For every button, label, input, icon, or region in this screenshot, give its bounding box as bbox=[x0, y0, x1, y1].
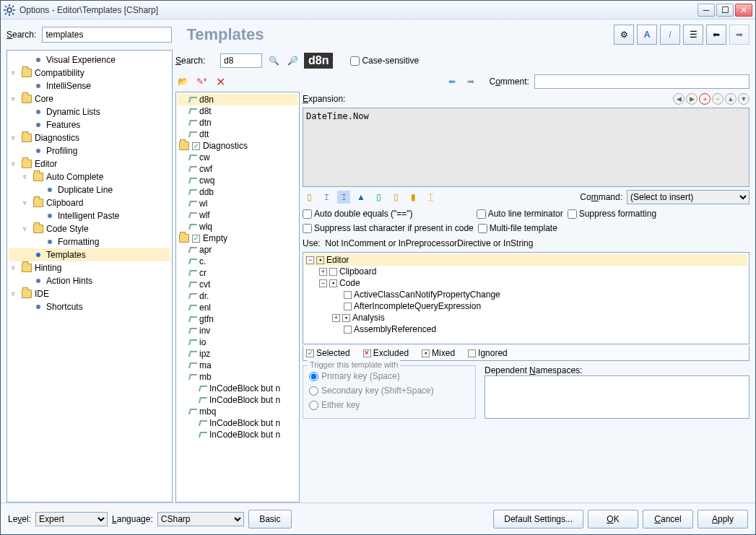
template-item[interactable]: InCodeBlock but n bbox=[178, 394, 297, 406]
nav-item[interactable]: ▿Core bbox=[9, 92, 170, 105]
nav-item[interactable]: Intelligent Paste bbox=[9, 209, 170, 222]
template-item[interactable]: wlf bbox=[178, 209, 297, 221]
cancel-button[interactable]: Cancel bbox=[643, 510, 693, 529]
nav-item[interactable]: Duplicate Line bbox=[9, 183, 170, 196]
template-item[interactable]: apr bbox=[178, 244, 297, 256]
level-select[interactable]: Expert bbox=[35, 512, 108, 526]
template-item[interactable]: ipz bbox=[178, 348, 297, 360]
apply-button[interactable]: Apply bbox=[698, 510, 748, 529]
template-item[interactable]: d8n bbox=[178, 94, 297, 105]
template-search-input[interactable] bbox=[220, 53, 262, 68]
nav-item[interactable]: ▿Hinting bbox=[9, 261, 170, 274]
template-item[interactable]: cwf bbox=[178, 163, 297, 175]
default-settings-button[interactable]: Default Settings... bbox=[493, 510, 583, 529]
settings-icon[interactable]: ⚙ bbox=[614, 25, 634, 45]
nav-item[interactable]: Action Hints bbox=[9, 274, 170, 287]
template-folder[interactable]: ✓Diagnostics bbox=[178, 140, 297, 152]
language-select[interactable]: CSharp bbox=[157, 512, 244, 526]
maximize-button[interactable]: ☐ bbox=[716, 4, 734, 17]
forward-button[interactable]: ➡ bbox=[729, 25, 750, 45]
move-down-icon[interactable]: ▼ bbox=[738, 93, 750, 105]
template-item[interactable]: InCodeBlock but n bbox=[178, 383, 297, 394]
nav-item[interactable]: Features bbox=[9, 118, 170, 131]
comment-input[interactable] bbox=[534, 74, 750, 89]
add-icon[interactable]: ＋ bbox=[699, 93, 711, 105]
templates-list[interactable]: d8nd8tdtndtt✓Diagnosticscwcwfcwqddbwlwlf… bbox=[175, 92, 300, 503]
minimize-button[interactable]: ─ bbox=[698, 4, 715, 17]
expansion-editor[interactable]: DateTime.Now bbox=[303, 108, 750, 187]
nav-tree[interactable]: Visual Experience▿CompatibilityIntelliSe… bbox=[6, 50, 173, 503]
template-item[interactable]: cw bbox=[178, 152, 297, 163]
nav-item[interactable]: ▿Code Style bbox=[9, 222, 170, 235]
nav-item[interactable]: ▿Editor bbox=[9, 157, 170, 170]
field-btn-7[interactable]: ▮ bbox=[407, 191, 420, 204]
template-item[interactable]: io bbox=[178, 336, 297, 348]
template-item[interactable]: dr. bbox=[178, 290, 297, 302]
field-btn-3[interactable]: 𝙸 bbox=[337, 191, 350, 204]
template-item[interactable]: ma bbox=[178, 360, 297, 371]
basic-button[interactable]: Basic bbox=[248, 510, 292, 529]
open-folder-icon[interactable]: 📂 bbox=[175, 74, 190, 89]
nav-item[interactable]: Shortcuts bbox=[9, 300, 170, 313]
ok-button[interactable]: OK bbox=[588, 510, 638, 529]
field-btn-6[interactable]: ▯ bbox=[389, 191, 402, 204]
nav-item[interactable]: ▿Clipboard bbox=[9, 196, 170, 209]
template-item[interactable]: cwq bbox=[178, 175, 297, 186]
template-item[interactable]: cvt bbox=[178, 279, 297, 290]
nav-item[interactable]: Formatting bbox=[9, 235, 170, 248]
template-item[interactable]: dtn bbox=[178, 117, 297, 129]
auto-double-checkbox[interactable]: Auto double equals ("==") bbox=[303, 209, 413, 219]
template-item[interactable]: d8t bbox=[178, 105, 297, 117]
template-item[interactable]: InCodeBlock but n bbox=[178, 417, 297, 429]
nav-item[interactable]: Dynamic Lists bbox=[9, 105, 170, 118]
list-icon[interactable]: ☰ bbox=[683, 25, 703, 45]
context-item[interactable]: ActiveClassCanNotifyPropertyChange bbox=[305, 289, 747, 300]
field-btn-4[interactable]: ▲ bbox=[355, 191, 368, 204]
template-item[interactable]: gtfn bbox=[178, 313, 297, 325]
nav-left-icon[interactable]: ◀ bbox=[673, 93, 685, 105]
nav-item[interactable]: Templates bbox=[9, 248, 170, 261]
case-sensitive-checkbox[interactable]: Case-sensitive bbox=[350, 56, 419, 66]
context-item[interactable]: +Clipboard bbox=[305, 266, 747, 277]
move-up-icon[interactable]: ▲ bbox=[725, 93, 737, 105]
field-btn-2[interactable]: 𝙸 bbox=[320, 191, 333, 204]
options-search-input[interactable] bbox=[42, 27, 172, 43]
template-folder[interactable]: ✓Empty bbox=[178, 232, 297, 244]
nav-item[interactable]: Visual Experience bbox=[9, 53, 170, 66]
command-select[interactable]: (Select to insert) bbox=[627, 190, 750, 204]
template-item[interactable]: enl bbox=[178, 302, 297, 313]
template-item[interactable]: dtt bbox=[178, 129, 297, 140]
nav-item[interactable]: ▿Diagnostics bbox=[9, 131, 170, 144]
new-template-icon[interactable]: ✎* bbox=[194, 74, 209, 89]
suppress-last-checkbox[interactable]: Suppress last character if present in co… bbox=[303, 223, 474, 233]
field-btn-1[interactable]: ▯ bbox=[303, 191, 316, 204]
delete-icon[interactable]: ✕ bbox=[213, 74, 227, 89]
context-item[interactable]: −▪Code bbox=[305, 277, 747, 289]
trigger-secondary-radio[interactable]: Secondary key (Shift+Space) bbox=[309, 383, 469, 398]
nav-item[interactable]: ▿Auto Complete bbox=[9, 170, 170, 183]
context-tree[interactable]: −▪Editor+Clipboard−▪CodeActiveClassCanNo… bbox=[303, 252, 750, 344]
context-item[interactable]: AfterIncompleteQueryExpression bbox=[305, 300, 747, 312]
trigger-either-radio[interactable]: Either key bbox=[309, 398, 469, 412]
nav-item[interactable]: ▿Compatibility bbox=[9, 66, 170, 79]
context-item[interactable]: AssemblyReferenced bbox=[305, 323, 747, 335]
template-item[interactable]: c. bbox=[178, 256, 297, 267]
auto-line-checkbox[interactable]: Auto line terminator bbox=[477, 209, 563, 219]
template-item[interactable]: InCodeBlock but n bbox=[178, 429, 297, 440]
field-btn-5[interactable]: ▯ bbox=[372, 191, 385, 204]
remove-icon[interactable]: − bbox=[712, 93, 724, 105]
namespaces-input[interactable] bbox=[485, 375, 750, 419]
template-item[interactable]: mbq bbox=[178, 406, 297, 417]
nav-item[interactable]: Profiling bbox=[9, 144, 170, 157]
template-item[interactable]: wlq bbox=[178, 221, 297, 232]
magnifier-icon[interactable]: 🔍 bbox=[266, 53, 281, 68]
font-icon[interactable]: A bbox=[637, 25, 657, 45]
multi-file-checkbox[interactable]: Multi-file template bbox=[478, 223, 557, 233]
nav-right-icon[interactable]: ▶ bbox=[686, 93, 698, 105]
template-item[interactable]: mb bbox=[178, 371, 297, 383]
template-item[interactable]: ddb bbox=[178, 186, 297, 198]
template-item[interactable]: cr bbox=[178, 267, 297, 279]
close-button[interactable]: ✕ bbox=[735, 4, 752, 17]
back-button[interactable]: ⬅ bbox=[706, 25, 726, 45]
suppress-fmt-checkbox[interactable]: Suppress formatting bbox=[568, 209, 656, 219]
